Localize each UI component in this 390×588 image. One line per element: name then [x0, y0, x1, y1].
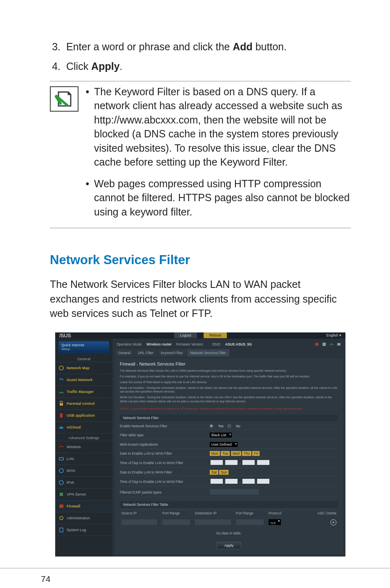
sidebar-item-lan[interactable]: LAN — [55, 453, 112, 465]
mode-value: Wireless router — [146, 342, 172, 346]
sidebar-item-label: System Log — [67, 528, 86, 532]
step-num: 3. — [50, 40, 61, 54]
dest-ip-input[interactable] — [195, 519, 231, 525]
info-bar: Operation Mode: Wireless router Firmware… — [115, 341, 343, 348]
svg-point-11 — [60, 516, 63, 520]
sidebar-item-label: IPv6 — [67, 480, 74, 485]
svg-point-13 — [315, 343, 318, 346]
th-dest-ip: Destination IP — [193, 511, 234, 515]
step-num: 4. — [50, 60, 61, 74]
enable-no-radio[interactable] — [228, 424, 231, 428]
tab-general[interactable]: General — [115, 349, 134, 357]
port-range-2-input[interactable] — [236, 519, 264, 525]
bullet-icon: • — [85, 177, 90, 219]
quick-setup-button[interactable]: Quick Internet Setup — [58, 341, 109, 353]
no-data-text: No data in table. — [120, 529, 338, 538]
svg-rect-3 — [60, 403, 63, 406]
icmp-input[interactable] — [210, 489, 259, 495]
sidebar-item-label: Parental control — [67, 402, 95, 406]
sidebar-item-ipv6[interactable]: IPv6 — [55, 477, 112, 489]
panel-desc: Black List Duration : During the schedul… — [120, 386, 338, 394]
enable-filter-label: Enable Network Services Filter — [120, 424, 210, 428]
sidebar-item-wireless[interactable]: Wireless — [55, 441, 112, 453]
time-input[interactable] — [257, 479, 269, 484]
firewall-icon — [58, 503, 64, 509]
svg-point-7 — [59, 469, 63, 473]
sidebar-item-label: AiCloud — [67, 425, 81, 429]
th-port-range-2: Port Range — [234, 511, 267, 515]
date-enable-2-label: Date to Enable LAN to WAN Filter — [120, 470, 210, 474]
bullet-icon: • — [85, 85, 90, 169]
filter-type-label: Filter table type — [120, 433, 210, 437]
sidebar-item-label: Guest Network — [67, 378, 93, 382]
language-selector[interactable]: English ▾ — [326, 333, 345, 337]
day-toggle[interactable]: Tue — [221, 451, 230, 456]
panel-desc: White List Duration : During the schedul… — [120, 395, 338, 403]
svg-point-2 — [62, 379, 63, 380]
ssid-label: SSID: — [212, 342, 221, 346]
tab-keyword-filter[interactable]: Keyword Filter — [157, 349, 186, 357]
sidebar-item-wan[interactable]: WAN — [55, 465, 112, 477]
port-range-input[interactable] — [162, 519, 190, 525]
svg-rect-12 — [60, 528, 63, 532]
sidebar-item-aicloud[interactable]: AiCloud — [55, 422, 112, 433]
ipv6-icon — [58, 480, 64, 485]
divider — [50, 228, 351, 228]
panel-desc: The Network Services filter blocks the L… — [120, 369, 338, 373]
status-icon — [336, 342, 341, 347]
time-input[interactable] — [211, 460, 223, 465]
usb-icon — [58, 413, 64, 418]
time-input[interactable] — [242, 479, 255, 484]
tab-url-filter[interactable]: URL Filter — [134, 349, 157, 357]
tab-network-services-filter[interactable]: Network Services Filter — [187, 349, 229, 357]
time-input[interactable] — [211, 479, 223, 484]
sidebar-item-parental-control[interactable]: Parental control — [55, 398, 112, 410]
day-toggle[interactable]: Sat — [210, 470, 218, 475]
th-port-range: Port Range — [161, 511, 193, 515]
day-toggle[interactable]: Mon — [210, 451, 220, 456]
vpn-icon — [58, 491, 64, 497]
sidebar-item-administration[interactable]: Administration — [55, 512, 112, 524]
svg-rect-15 — [337, 343, 341, 346]
filter-table-input-row: TCP + — [120, 518, 338, 527]
day-toggle[interactable]: Thu — [242, 451, 251, 456]
time-input[interactable] — [257, 460, 269, 465]
divider — [50, 81, 351, 81]
sidebar-item-network-map[interactable]: Network Map — [55, 362, 112, 374]
svg-point-0 — [59, 366, 63, 370]
day-toggle[interactable]: Wed — [231, 451, 241, 456]
sidebar-item-vpn-server[interactable]: VPN Server — [55, 489, 112, 500]
sidebar-item-usb-application[interactable]: USB application — [55, 410, 112, 422]
tab-bar: General URL Filter Keyword Filter Networ… — [115, 349, 343, 357]
section-bar: Network Services Filter Table — [120, 501, 338, 508]
time-input[interactable] — [242, 460, 255, 465]
svg-rect-14 — [323, 343, 326, 346]
time-enable-2-label: Time of Day to Enable LAN to WAN Filter — [120, 480, 210, 484]
logout-button[interactable]: Logout — [174, 332, 197, 338]
apply-button[interactable]: Apply — [217, 542, 242, 549]
note-text: Web pages compressed using HTTP compress… — [94, 177, 351, 219]
reboot-button[interactable]: Reboot — [204, 332, 227, 338]
sidebar-item-label: Firewall — [67, 504, 81, 508]
day-toggle[interactable]: Fri — [252, 451, 260, 456]
time-input[interactable] — [225, 479, 238, 484]
time-input[interactable] — [225, 460, 238, 465]
sidebar-item-traffic-manager[interactable]: Traffic Manager — [55, 386, 112, 398]
sidebar-item-firewall[interactable]: Firewall — [55, 500, 112, 512]
brand-logo: /SUS — [55, 332, 75, 339]
globe-icon — [58, 468, 64, 474]
enable-yes-radio[interactable] — [210, 424, 213, 428]
add-row-button[interactable]: + — [330, 519, 336, 525]
source-ip-input[interactable] — [121, 519, 157, 525]
cloud-icon — [58, 424, 64, 430]
well-known-apps-select[interactable]: User Defined — [210, 442, 238, 447]
day-toggle[interactable]: Sun — [219, 470, 229, 475]
sidebar-item-label: VPN Server — [67, 492, 86, 496]
filter-type-select[interactable]: Black List — [210, 433, 232, 438]
globe-icon — [58, 365, 64, 371]
sidebar-item-label: Administration — [67, 516, 90, 520]
status-icon — [322, 342, 327, 347]
filter-table-header: Source IP Port Range Destination IP Port… — [120, 509, 338, 516]
sidebar-item-system-log[interactable]: System Log — [55, 524, 112, 536]
sidebar-item-guest-network[interactable]: Guest Network — [55, 374, 112, 386]
